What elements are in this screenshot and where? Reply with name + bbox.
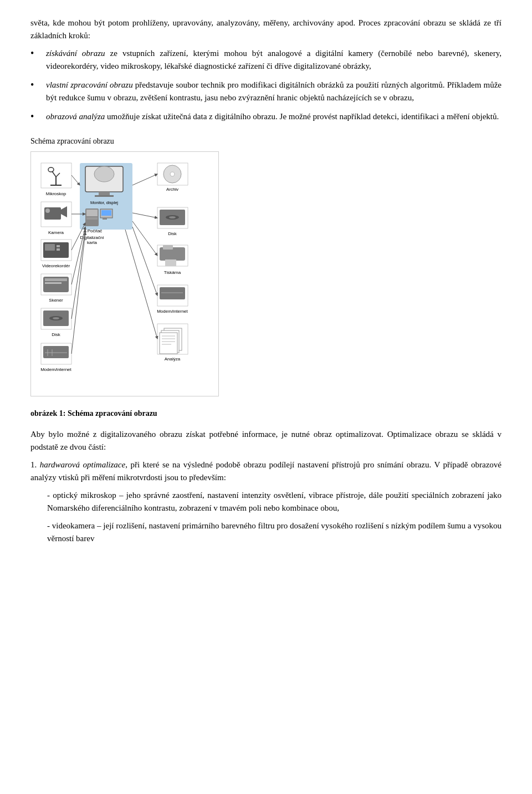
svg-point-54	[170, 172, 175, 176]
svg-rect-67	[160, 287, 185, 299]
bullet-2-text: vlastní zpracování obrazu představuje so…	[46, 79, 502, 104]
skener-group: Skener	[41, 274, 71, 303]
kamera-group: Kamera	[41, 202, 71, 235]
svg-line-84	[71, 232, 85, 354]
schema-diagram: Mikroskop Kamera	[37, 157, 214, 390]
mikroskop-group: Mikroskop	[41, 163, 71, 196]
svg-rect-21	[45, 282, 62, 284]
bullet-dot-2: •	[30, 78, 42, 93]
disk-left-group: Disk	[41, 308, 71, 337]
svg-line-5	[56, 173, 60, 177]
intro-paragraph: světa, kde mohou být potom prohlíženy, u…	[30, 17, 502, 42]
bullet-item-2: • vlastní zpracování obrazu představuje …	[30, 79, 502, 104]
num-label-1: 1.	[30, 460, 37, 469]
tiskarna-group: Tiskárna	[157, 245, 188, 275]
svg-line-87	[132, 221, 157, 256]
svg-text:Mikroskop: Mikroskop	[46, 191, 66, 196]
svg-rect-46	[101, 210, 111, 216]
svg-rect-63	[163, 245, 173, 250]
svg-text:Počítač: Počítač	[88, 228, 103, 233]
svg-point-37	[94, 166, 114, 182]
svg-line-79	[71, 175, 80, 185]
svg-rect-16	[57, 248, 60, 251]
schema-section: Schéma zpracování obrazu Mikroskop	[30, 135, 502, 396]
svg-line-3	[52, 171, 56, 177]
numbered-list: 1. hardwarová optimalizace, při které se…	[30, 459, 502, 544]
svg-rect-20	[45, 278, 67, 281]
bullet-item-3: • obrazová analýza umožňuje získat užite…	[30, 110, 502, 124]
svg-rect-38	[99, 192, 110, 195]
svg-text:Disk: Disk	[168, 231, 177, 236]
svg-rect-14	[45, 244, 55, 251]
svg-line-85	[132, 174, 157, 185]
bullet-2-italic: vlastní zpracování obrazu	[46, 80, 133, 89]
svg-point-26	[53, 317, 59, 319]
bullet-3-italic: obrazová analýza	[46, 112, 105, 121]
svg-text:Analýza: Analýza	[165, 357, 181, 362]
svg-line-88	[132, 227, 157, 296]
svg-text:Modem/internet: Modem/internet	[40, 367, 71, 372]
svg-point-4	[48, 167, 54, 172]
bullet-list: • získávání obrazu ze vstupních zařízení…	[30, 47, 502, 124]
svg-rect-39	[95, 195, 114, 197]
svg-rect-15	[57, 245, 60, 247]
svg-text:Tiskárna: Tiskárna	[164, 270, 181, 275]
svg-text:Monitor, displej: Monitor, displej	[90, 200, 118, 205]
dash-item-1: - optický mikroskop – jeho správné zaost…	[47, 489, 502, 514]
main-content: světa, kde mohou být potom prohlíženy, u…	[30, 17, 502, 544]
analyza-group: Analýza	[157, 324, 188, 362]
num1-italic: hardwarová optimalizace	[40, 460, 125, 469]
svg-line-86	[132, 213, 157, 218]
dash-item-2: - videokamera – její rozlišení, nastaven…	[47, 520, 502, 544]
svg-point-10	[45, 208, 50, 213]
list-item-1: 1. hardwarová optimalizace, při které se…	[30, 459, 502, 483]
svg-rect-43	[86, 210, 98, 216]
archiv-group: Archiv	[157, 163, 188, 192]
figure-caption: obrázek 1: Schéma zpracování obrazu	[30, 408, 502, 419]
disk-right-group: Disk	[157, 207, 188, 236]
bullet-1-text: získávání obrazu ze vstupních zařízení, …	[46, 47, 502, 72]
svg-rect-47	[103, 218, 107, 220]
schema-image-container: Mikroskop Kamera	[30, 151, 219, 396]
svg-text:Disk: Disk	[52, 332, 61, 337]
bullet-item-1: • získávání obrazu ze vstupních zařízení…	[30, 47, 502, 72]
svg-text:Kamera: Kamera	[48, 230, 64, 235]
svg-text:Skener: Skener	[49, 298, 63, 303]
svg-rect-64	[165, 259, 176, 266]
bullet-dot-3: •	[30, 109, 42, 124]
svg-marker-9	[61, 206, 67, 217]
svg-text:Modem/internet: Modem/internet	[157, 309, 188, 314]
bullet-3-text: obrazová analýza umožňuje získat užitečn…	[46, 110, 499, 123]
svg-line-89	[125, 230, 157, 339]
svg-line-83	[71, 230, 85, 319]
svg-rect-29	[43, 346, 69, 358]
bullet-1-italic: získávání obrazu	[46, 49, 105, 58]
optimization-paragraph: Aby bylo možné z digitalizovaného obrazu…	[30, 428, 502, 453]
svg-text:Archiv: Archiv	[166, 187, 178, 192]
modem-left-group: Modem/internet	[40, 343, 71, 372]
schema-title: Schéma zpracování obrazu	[30, 135, 502, 147]
svg-text:Videorekordér: Videorekordér	[42, 263, 70, 268]
svg-rect-44	[86, 217, 98, 220]
bullet-dot-1: •	[30, 46, 42, 61]
modem-right-group: Modem/internet	[157, 285, 188, 314]
svg-point-59	[169, 216, 176, 218]
svg-text:karta: karta	[87, 240, 97, 245]
videorekorder-group: Videorekordér	[41, 240, 71, 268]
